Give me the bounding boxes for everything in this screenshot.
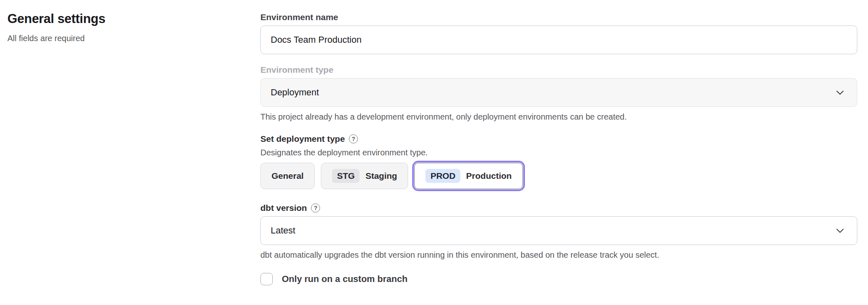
- deployment-type-label-text: Set deployment type: [260, 134, 345, 144]
- deployment-type-option-production[interactable]: PROD Production: [414, 163, 523, 189]
- stg-badge: STG: [332, 169, 360, 183]
- page-title: General settings: [7, 12, 238, 26]
- general-option-label: General: [272, 171, 304, 181]
- environment-type-label: Environment type: [260, 65, 857, 75]
- custom-branch-label[interactable]: Only run on a custom branch: [282, 274, 408, 284]
- deployment-type-option-staging[interactable]: STG Staging: [321, 163, 408, 189]
- environment-type-value: Deployment: [271, 87, 319, 98]
- deployment-type-label: Set deployment type ?: [260, 134, 857, 144]
- environment-name-label: Environment name: [260, 12, 857, 22]
- dbt-version-value: Latest: [271, 225, 295, 236]
- dbt-version-helper: dbt automatically upgrades the dbt versi…: [260, 250, 857, 260]
- environment-type-helper: This project already has a development e…: [260, 112, 857, 122]
- deployment-type-option-general[interactable]: General: [260, 163, 315, 189]
- settings-intro: General settings All fields are required: [7, 12, 238, 43]
- dbt-version-label-text: dbt version: [260, 203, 307, 213]
- question-circle-icon[interactable]: ?: [349, 134, 358, 143]
- deployment-type-options: General STG Staging PROD Production: [260, 163, 857, 189]
- environment-settings-form: Environment name Environment type Deploy…: [260, 12, 857, 285]
- environment-type-select: Deployment: [260, 78, 857, 107]
- staging-option-label: Staging: [365, 171, 397, 181]
- dbt-version-label: dbt version ?: [260, 203, 857, 213]
- general-settings-page: General settings All fields are required…: [0, 0, 868, 305]
- custom-branch-checkbox[interactable]: [260, 273, 273, 285]
- production-option-label: Production: [466, 171, 512, 181]
- custom-branch-row: Only run on a custom branch: [260, 273, 857, 285]
- chevron-down-icon: [835, 87, 845, 98]
- environment-name-input[interactable]: [260, 25, 857, 54]
- chevron-down-icon: [835, 225, 845, 236]
- dbt-version-select[interactable]: Latest: [260, 216, 857, 245]
- prod-badge: PROD: [425, 169, 460, 183]
- question-circle-icon[interactable]: ?: [311, 203, 320, 213]
- page-subtitle: All fields are required: [7, 33, 238, 43]
- deployment-type-description: Designates the deployment environment ty…: [260, 147, 857, 158]
